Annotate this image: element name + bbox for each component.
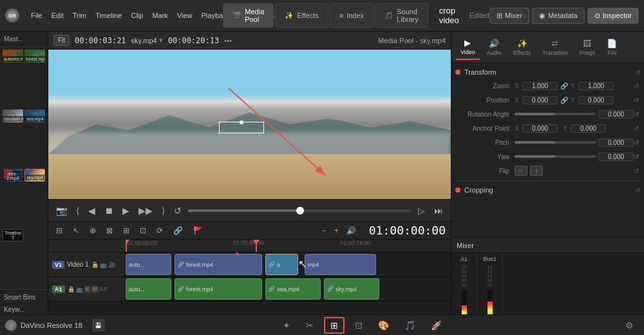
media-mode-btn[interactable]: ✦ [278,318,296,332]
menu-mark[interactable]: Mark [148,9,171,22]
tab-media-pool[interactable]: 🎬 Media Pool [223,3,274,28]
zoom-out-btn[interactable]: − [319,225,329,236]
clip-v-mp4[interactable]: mp4 [305,254,376,275]
timeline-tool-btn4[interactable]: ⊠ [104,225,115,236]
anchor-y-value[interactable]: 0.000 [571,124,606,133]
clip-a-autumn[interactable]: autu... [126,278,171,300]
yaw-reset-icon[interactable]: ↺ [634,153,639,160]
menu-trim[interactable]: Trim [69,9,91,22]
keyw-item[interactable]: Keyw... [0,305,48,314]
clip-v-sky-selected[interactable]: 🔗 s [265,254,298,275]
timeline-tool-btn6[interactable]: ⊡ [137,225,149,236]
audio-icon[interactable]: 🔊 [344,225,359,236]
link-tool[interactable]: 🔗 [171,225,185,236]
anchor-x-value[interactable]: 0.000 [522,124,558,133]
metadata-button[interactable]: ◉ Metadata [532,8,585,24]
mixer-button[interactable]: ⊞ Mixer [489,8,529,24]
snapshot-button[interactable]: 📷 [53,204,70,217]
arrow-select-tool[interactable]: ↖ [70,225,82,236]
inspector-tab-video[interactable]: ▶ Video [455,35,480,60]
pitch-reset-icon[interactable]: ↺ [634,139,639,146]
timeline-tool-btn1[interactable]: ⊟ [53,225,65,236]
monitor-icon[interactable]: 📺 [76,286,83,292]
zoom-y-value[interactable]: 1.000 [578,82,614,90]
loop-button[interactable]: ↺ [171,204,184,217]
inspector-tab-effects[interactable]: ✨ Effects [508,35,536,59]
inspector-tab-audio[interactable]: 🔊 Audio [482,35,507,59]
playback-handle[interactable] [296,207,304,215]
stop-button[interactable]: ⏹ [102,204,116,217]
media-thumb-autumn[interactable]: 🎵 autumn.mp4 [3,50,23,62]
color-mode-btn[interactable]: 🎨 [373,318,394,332]
clip-a-sky[interactable]: 🔗 sky.mp4 [324,278,379,300]
crop-handle[interactable] [240,120,243,124]
media-thumb-timeline1[interactable]: ⬛ Timeline 1 [3,229,23,242]
menu-timeline[interactable]: Timeline [91,9,126,22]
transform-enabled-dot[interactable] [455,70,460,75]
flip-h-button[interactable]: ↔ [515,166,527,176]
inspector-tab-file[interactable]: 📄 File [601,35,622,59]
edit-mode-btn[interactable]: ⊞ [324,317,345,334]
inspector-tab-image[interactable]: 🖼 Image [574,35,600,59]
position-y-value[interactable]: 0.000 [578,96,614,104]
viewer-overflow-menu[interactable]: ••• [224,37,232,44]
zoom-link-icon[interactable]: 🔗 [558,82,571,90]
cut-mode-btn[interactable]: ✂ [301,318,319,332]
mark-out-button[interactable]: ⟩ [159,204,167,217]
media-thumb-sea[interactable]: 🎵 sea.mp4 [24,110,45,122]
playback-bar[interactable] [188,209,412,212]
position-reset-icon[interactable]: ↺ [634,97,639,104]
timeline-tool-btn3[interactable]: ⊕ [87,225,99,236]
settings-btn[interactable]: ⚙ [620,318,639,332]
rotation-value[interactable]: 0.000 [598,110,634,119]
menu-edit[interactable]: Edit [48,9,68,22]
menu-clip[interactable]: Clip [127,9,147,22]
media-thumb-sea2[interactable]: R sea-2.mp4 [3,169,23,182]
transform-section-header[interactable]: Transform ↺ [454,66,641,79]
fit-button[interactable]: Fit [53,35,70,46]
flag-tool[interactable]: 🚩 [191,225,205,236]
clip-v-autumn[interactable]: autu... [126,254,171,275]
monitor-icon[interactable]: 📺 [100,262,107,268]
timeline-tool-btn5[interactable]: ⊞ [120,225,132,236]
lock-icon[interactable]: 🔒 [68,286,75,292]
end-button[interactable]: ⏭ [431,204,446,217]
play-button[interactable]: ▶ [120,204,132,217]
clip-a-sea[interactable]: 🔗 sea.mp4 [265,278,321,300]
cropping-enabled-dot[interactable] [455,187,460,193]
pitch-value[interactable]: 0.000 [598,139,634,147]
media-thumb-forest[interactable]: 🎵 forest.mp4 [24,50,45,62]
media-thumb-sky[interactable]: sky.mp4 [24,169,45,182]
fairlight-mode-btn[interactable]: 🎵 [399,318,421,332]
rotation-reset-icon[interactable]: ↺ [634,111,639,118]
menu-view[interactable]: View [173,9,196,22]
smart-bins[interactable]: Smart Bins [0,289,48,305]
timeline-tool-btn7[interactable]: ⟳ [154,225,166,236]
position-link-icon[interactable]: 🔗 [558,97,571,104]
media-thumb-mountain[interactable]: 🎵 moutain.mp4 [3,110,23,122]
menu-file[interactable]: File [27,9,46,22]
anchor-reset-icon[interactable]: ↺ [634,125,639,132]
yaw-value[interactable]: 0.000 [598,153,634,161]
cropping-reset-icon[interactable]: ↺ [635,187,640,194]
clip-v-forest[interactable]: 🔗 forest.mp4 [175,254,262,275]
flip-v-button[interactable]: ↕ [530,166,543,176]
transform-reset-icon[interactable]: ↺ [635,69,640,76]
pitch-slider[interactable] [515,141,596,144]
rotation-slider[interactable] [515,113,596,115]
fusion-mode-btn[interactable]: ⊡ [350,318,368,332]
camera-icon[interactable]: 🎥 [108,262,115,268]
tab-index[interactable]: ≡ Index [330,3,374,28]
clip-a-forest[interactable]: 🔗 forest.mp4 [175,278,262,300]
tab-effects[interactable]: ✨ Effects [275,3,328,28]
mark-in-button[interactable]: ⟨ [73,204,82,217]
zoom-in-btn[interactable]: + [332,225,341,236]
inspector-tab-transition[interactable]: ⇄ Transition [537,35,573,59]
inspector-button[interactable]: ⊙ Inspector [587,8,639,24]
flip-reset-icon[interactable]: ↺ [634,168,639,175]
zoom-x-value[interactable]: 1.000 [522,82,558,90]
step-forward-button[interactable]: ▶▶ [136,204,155,217]
playback-extra-btn[interactable]: ▷ [415,204,428,217]
cropping-section-header[interactable]: Cropping ↺ [454,184,641,196]
deliver-mode-btn[interactable]: 🚀 [426,318,447,332]
